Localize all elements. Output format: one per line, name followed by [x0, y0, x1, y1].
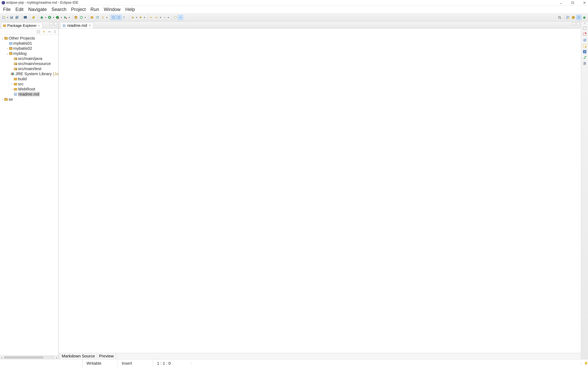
tree-jre-library[interactable]: › JRE System Library [JavaS	[0, 71, 58, 76]
next-annotation-dropdown[interactable]: ▾	[136, 16, 138, 19]
new-java-project-button[interactable]	[73, 15, 78, 20]
run-last-button[interactable]	[63, 15, 68, 20]
svg-rect-73	[16, 58, 17, 60]
new-button[interactable]	[1, 15, 6, 20]
new-class-button[interactable]	[95, 15, 100, 20]
menu-search[interactable]: Search	[50, 6, 69, 13]
debug-perspective-button[interactable]	[582, 15, 587, 20]
editor-tab-readme[interactable]: W readme.md ✕	[60, 23, 93, 28]
tree-src-main-test[interactable]: › src/main/test	[0, 66, 58, 71]
coverage-button[interactable]	[55, 15, 60, 20]
tab-preview[interactable]: Preview	[97, 353, 116, 359]
tree-src-main-java[interactable]: › src/main/java	[0, 56, 58, 61]
skip-breakpoints-button[interactable]	[31, 15, 36, 20]
new-package-button[interactable]	[89, 15, 95, 20]
tree-src[interactable]: › src	[0, 81, 58, 86]
package-explorer-close-icon[interactable]: ✕	[38, 24, 41, 27]
status-menu-icon[interactable]: ⋮	[578, 362, 584, 365]
forward-button[interactable]	[162, 15, 167, 20]
scroll-thumb[interactable]	[4, 356, 43, 359]
previous-annotation-button[interactable]	[138, 15, 143, 20]
toggle-block-selection-button[interactable]	[111, 15, 116, 20]
menu-edit[interactable]: Edit	[14, 6, 26, 13]
restore-view-icon[interactable]	[582, 26, 587, 30]
pin-editor-button[interactable]	[173, 15, 178, 20]
last-edit-location-button[interactable]	[148, 15, 154, 20]
build-dropdown[interactable]: ▾	[84, 16, 86, 19]
view-minimize-button[interactable]	[50, 22, 53, 25]
link-with-editor-icon[interactable]	[42, 30, 46, 34]
link-editor-button[interactable]	[178, 15, 183, 20]
javadoc-icon[interactable]: @	[582, 38, 587, 42]
tree-other-projects[interactable]: ⌄ Other Projects	[0, 36, 58, 41]
quick-access-search-button[interactable]	[557, 15, 562, 20]
tree-readme-md[interactable]: › W readme.md	[0, 92, 58, 97]
declaration-icon[interactable]	[582, 44, 587, 48]
new-dropdown[interactable]: ▾	[7, 16, 9, 19]
settings-icon[interactable]	[582, 61, 587, 66]
tree-src-main-resource[interactable]: › src/main/resource	[0, 61, 58, 66]
save-button[interactable]	[9, 15, 14, 20]
view-menu-icon[interactable]	[53, 30, 57, 34]
menu-navigate[interactable]: Navigate	[26, 6, 49, 13]
next-annotation-button[interactable]	[130, 15, 135, 20]
library-icon	[11, 72, 15, 75]
menu-window[interactable]: Window	[102, 6, 122, 13]
menu-file[interactable]: File	[1, 6, 13, 13]
tree-mybatis02[interactable]: › mybatis02	[0, 46, 58, 51]
svg-rect-25	[75, 16, 77, 17]
package-explorer-tree[interactable]: ⌄ Other Projects › mybatis01 › mybatis02…	[0, 35, 58, 355]
view-maximize-button[interactable]	[54, 22, 57, 25]
run-last-dropdown[interactable]: ▾	[68, 16, 70, 19]
tree-build[interactable]: › build	[0, 76, 58, 81]
open-type-button[interactable]	[100, 15, 105, 20]
previous-annotation-dropdown[interactable]: ▾	[143, 16, 146, 19]
toggle-word-wrap-button[interactable]	[116, 15, 121, 20]
horizontal-scrollbar[interactable]: ‹ ›	[0, 355, 58, 359]
save-all-button[interactable]	[15, 15, 20, 20]
editor-maximize-button[interactable]	[577, 22, 580, 25]
forward-dropdown[interactable]: ▾	[167, 16, 169, 19]
tree-se[interactable]: › se	[0, 97, 58, 102]
open-type-dropdown[interactable]: ▾	[106, 16, 108, 19]
focus-task-icon[interactable]	[47, 30, 51, 34]
coverage-dropdown[interactable]: ▾	[60, 16, 62, 19]
run-dropdown[interactable]: ▾	[52, 16, 54, 19]
collapse-all-icon[interactable]	[36, 30, 40, 34]
outline-icon[interactable]	[582, 50, 587, 54]
scroll-right-icon[interactable]: ›	[55, 355, 58, 360]
menu-help[interactable]: Help	[123, 6, 137, 13]
build-button[interactable]	[79, 15, 84, 20]
run-button[interactable]	[47, 15, 52, 20]
back-dropdown[interactable]: ▾	[160, 16, 162, 19]
connect-icon[interactable]	[582, 55, 587, 60]
menu-project[interactable]: Project	[69, 6, 88, 13]
editor-content[interactable]	[59, 29, 581, 353]
java-perspective-button[interactable]: J	[576, 15, 581, 20]
tree-myblog[interactable]: ⌄ myblog	[0, 51, 58, 56]
debug-button[interactable]	[39, 15, 44, 20]
java-ee-perspective-button[interactable]	[571, 15, 576, 20]
svg-point-61	[54, 31, 55, 32]
status-menu-icon[interactable]: ⋮	[188, 362, 194, 365]
terminal-button[interactable]: >_	[23, 15, 28, 20]
scroll-track[interactable]	[4, 356, 54, 359]
back-button[interactable]	[154, 15, 159, 20]
trim-handle-icon[interactable]: ⠿	[584, 22, 586, 25]
tree-mybatis01[interactable]: › mybatis01	[0, 41, 58, 46]
scroll-left-icon[interactable]: ‹	[0, 355, 4, 360]
open-perspective-button[interactable]	[565, 15, 570, 20]
tree-webroot[interactable]: › WebRoot	[0, 86, 58, 92]
window-maximize-button[interactable]	[571, 1, 575, 5]
debug-dropdown[interactable]: ▾	[45, 16, 47, 19]
tip-bulb-icon[interactable]	[584, 361, 588, 365]
editor-tab-close-icon[interactable]: ✕	[89, 24, 91, 27]
editor-minimize-button[interactable]	[572, 22, 575, 25]
package-explorer-tab[interactable]: Package Explorer ✕	[1, 23, 42, 28]
show-whitespace-button[interactable]: ¶	[122, 15, 127, 20]
task-list-icon[interactable]	[582, 32, 587, 36]
tab-markdown-source[interactable]: Markdown Source	[60, 353, 97, 359]
window-minimize-button[interactable]	[559, 1, 563, 5]
menu-run[interactable]: Run	[89, 6, 101, 13]
window-close-button[interactable]	[582, 1, 587, 5]
